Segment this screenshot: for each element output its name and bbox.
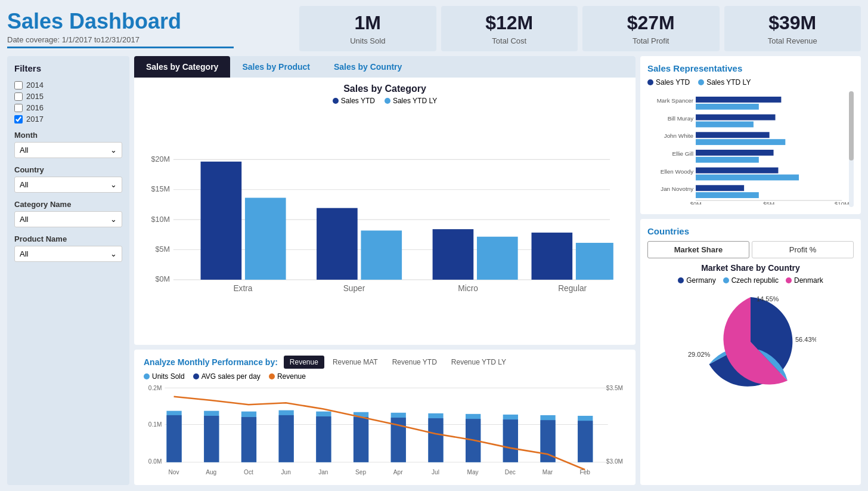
pie-chart-container: 56.43% 29.02% 14.55%: [647, 288, 854, 396]
svg-text:$10M: $10M: [151, 215, 170, 224]
monthly-header: Analyze Monthly Performance by: Revenue …: [144, 356, 626, 369]
kpi-card-1: $12M Total Cost: [441, 6, 578, 51]
filters-panel: Filters 2014201520162017 Month All ⌄ Cou…: [7, 56, 129, 485]
legend-rep-ytd: Sales YTD: [647, 78, 690, 87]
year-checkbox-2017[interactable]: 2017: [14, 115, 122, 123]
kpi-value-2: $27M: [627, 12, 675, 34]
svg-text:Nov: Nov: [169, 470, 180, 476]
svg-text:29.02%: 29.02%: [688, 351, 711, 358]
chart-content: Sales by Category Sales YTD Sales YTD LY: [134, 78, 636, 345]
svg-text:$0M: $0M: [690, 200, 701, 205]
monthly-panel: Analyze Monthly Performance by: Revenue …: [134, 350, 636, 485]
legend-denmark-label: Denmark: [794, 276, 823, 285]
month-chevron: ⌄: [110, 146, 117, 155]
svg-rect-72: [696, 185, 744, 191]
svg-rect-64: [696, 139, 785, 145]
category-value: All: [20, 215, 28, 224]
svg-text:Dec: Dec: [505, 470, 516, 476]
year-checkboxes: 2014201520162017: [14, 81, 122, 123]
year-checkbox-2016[interactable]: 2016: [14, 103, 122, 112]
kpi-label-3: Total Revenue: [768, 36, 817, 45]
filter-category: Category Name All ⌄: [14, 200, 122, 227]
checkbox-input-2017[interactable]: [14, 115, 23, 123]
category-filter-label: Category Name: [14, 200, 122, 209]
svg-text:14.55%: 14.55%: [757, 295, 779, 302]
svg-text:Jan: Jan: [318, 470, 328, 476]
monthly-tab-revenue[interactable]: Revenue: [284, 356, 324, 369]
monthly-title: Analyze Monthly Performance by:: [144, 357, 278, 367]
monthly-tab-mat[interactable]: Revenue MAT: [327, 356, 384, 369]
countries-tabs: Market Share Profit %: [647, 241, 854, 258]
tab-sales-country[interactable]: Sales by Country: [322, 56, 414, 78]
legend-germany-dot: [678, 277, 684, 283]
svg-text:$10M: $10M: [835, 200, 850, 205]
title-underline: [7, 47, 234, 48]
countries-panel: Countries Market Share Profit % Market S…: [640, 219, 861, 485]
filter-month: Month All ⌄: [14, 131, 122, 158]
checkbox-input-2014[interactable]: [14, 81, 23, 89]
svg-rect-25: [241, 417, 256, 462]
scrollbar-thumb: [849, 91, 854, 160]
bar-micro-ytd: [433, 229, 474, 280]
legend-ytd-label: Sales YTD: [341, 97, 375, 105]
country-select[interactable]: All ⌄: [14, 177, 122, 193]
right-panel: Sales Representatives Sales YTD Sales YT…: [640, 56, 861, 485]
tab-market-share[interactable]: Market Share: [647, 241, 749, 258]
legend-czech-label: Czech republic: [731, 276, 779, 285]
month-select[interactable]: All ⌄: [14, 142, 122, 158]
legend-ytd-dot: [333, 98, 339, 104]
svg-text:$5M: $5M: [156, 245, 170, 254]
product-filter-label: Product Name: [14, 234, 122, 243]
svg-text:Micro: Micro: [458, 284, 478, 293]
monthly-chart-container: 0.2M 0.1M 0.0M $3.5M $3.0M: [144, 383, 626, 479]
svg-rect-63: [696, 132, 770, 138]
legend-germany-label: Germany: [686, 276, 715, 285]
tab-profit[interactable]: Profit %: [752, 241, 854, 258]
bar-extra-ly: [245, 198, 286, 280]
dashboard-subtitle: Date coverage: 1/1/2017 to12/31/2017: [7, 35, 293, 44]
monthly-tab-ytd-ly[interactable]: Revenue YTD LY: [445, 356, 512, 369]
svg-rect-57: [696, 97, 781, 103]
year-checkbox-2015[interactable]: 2015: [14, 92, 122, 101]
category-bar-chart: $20M $15M $10M $5M $0M: [146, 110, 624, 339]
svg-rect-67: [696, 157, 759, 163]
svg-rect-31: [354, 417, 368, 462]
product-select[interactable]: All ⌄: [14, 246, 122, 262]
svg-rect-61: [696, 122, 754, 128]
checkbox-input-2016[interactable]: [14, 104, 23, 112]
bar-chart-container: $20M $15M $10M $5M $0M: [146, 110, 624, 339]
bar-regular-ly: [576, 243, 613, 280]
checkbox-input-2015[interactable]: [14, 92, 23, 101]
legend-units: Units Sold: [144, 372, 185, 381]
monthly-tabs: Revenue Revenue MAT Revenue YTD Revenue …: [284, 356, 512, 369]
svg-text:$3.0M: $3.0M: [606, 458, 623, 465]
svg-text:$3.5M: $3.5M: [606, 385, 623, 392]
monthly-tab-ytd[interactable]: Revenue YTD: [386, 356, 443, 369]
sales-rep-title: Sales Representatives: [647, 63, 854, 73]
svg-text:Jul: Jul: [432, 470, 439, 476]
month-label: Month: [14, 131, 122, 140]
category-chevron: ⌄: [110, 215, 117, 224]
rep-legend: Sales YTD Sales YTD LY: [647, 78, 854, 87]
country-chevron: ⌄: [110, 180, 117, 189]
rep-chart-container: Mark Spancer Bill Muray John White Ellie…: [647, 91, 854, 207]
main-content: Filters 2014201520162017 Month All ⌄ Cou…: [7, 56, 861, 485]
scrollbar[interactable]: [849, 91, 854, 207]
year-checkbox-2014[interactable]: 2014: [14, 81, 122, 89]
svg-rect-23: [204, 416, 219, 462]
svg-rect-39: [503, 419, 518, 462]
tab-sales-product[interactable]: Sales by Product: [230, 56, 322, 78]
kpi-value-3: $39M: [768, 12, 816, 34]
svg-text:May: May: [467, 470, 479, 476]
countries-title: Countries: [647, 226, 854, 236]
svg-text:Ellen Woody: Ellen Woody: [661, 168, 693, 175]
legend-germany: Germany: [678, 276, 715, 285]
legend-ly-dot: [385, 98, 390, 104]
country-value: All: [20, 180, 28, 189]
legend-avg-label: AVG sales per day: [202, 372, 261, 381]
product-chevron: ⌄: [110, 249, 117, 258]
tab-sales-category[interactable]: Sales by Category: [134, 56, 230, 78]
kpi-label-2: Total Profit: [633, 36, 669, 45]
category-select[interactable]: All ⌄: [14, 211, 122, 227]
kpi-card-0: 1M Units Sold: [299, 6, 436, 51]
